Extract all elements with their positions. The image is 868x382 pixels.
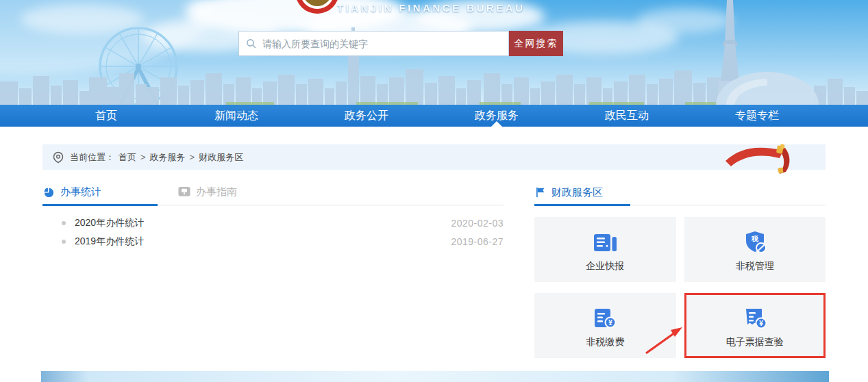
main-navbar: 首页 新闻动态 政务公开 政务服务 政民互动 专题专栏	[0, 105, 868, 127]
tile-label: 非税缴费	[586, 337, 624, 346]
site-search: 全网搜索	[238, 31, 563, 56]
enterprise-report-icon	[591, 229, 619, 256]
tile-label: 企业快报	[586, 261, 624, 270]
header-banner: TIANJIN FINANCE BUREAU 全网搜索	[0, 0, 868, 105]
tile-e-invoice-check[interactable]: ¥ 电子票据查验	[684, 293, 826, 358]
doc-title[interactable]: 2019年办件统计	[75, 235, 144, 248]
page: TIANJIN FINANCE BUREAU 全网搜索 首页 新闻动态 政务公开…	[0, 0, 868, 382]
tile-enterprise-report[interactable]: 企业快报	[534, 217, 676, 282]
guide-sign-icon	[178, 186, 190, 197]
location-pin-icon	[52, 151, 64, 164]
statistics-list: 2020年办件统计 2020-02-03 2019年办件统计 2019-06-2…	[42, 214, 504, 251]
breadcrumb-separator: >	[140, 152, 146, 162]
tab-label: 办事统计	[60, 186, 101, 199]
nav-item-news[interactable]: 新闻动态	[171, 105, 301, 127]
e-invoice-check-icon: ¥	[741, 305, 769, 332]
panel-title: 财政服务区	[551, 186, 603, 199]
logo-inner-ring	[300, 0, 334, 9]
doc-title[interactable]: 2020年办件统计	[75, 217, 144, 229]
panel-title-bar: 财政服务区	[534, 180, 826, 205]
flag-icon	[534, 186, 546, 199]
search-box[interactable]	[238, 31, 509, 56]
tile-nontax-payment[interactable]: ¥ 非税缴费	[534, 293, 676, 358]
logo-core	[303, 0, 332, 6]
finance-service-zone-panel: 财政服务区 企业快报 税	[534, 180, 826, 358]
doc-date: 2020-02-03	[451, 218, 504, 229]
tax-shield-icon: 税	[741, 229, 769, 256]
tile-label: 非税管理	[736, 261, 774, 270]
breadcrumb-label: 当前位置：	[70, 151, 114, 164]
tab-service-statistics[interactable]: 办事统计	[42, 180, 158, 206]
nontax-payment-icon: ¥	[591, 305, 619, 332]
svg-text:¥: ¥	[608, 319, 612, 327]
bullet-dot	[62, 221, 66, 225]
pie-chart-icon	[42, 186, 55, 199]
tile-label: 电子票据查验	[726, 337, 784, 346]
nav-item-home[interactable]: 首页	[41, 105, 171, 127]
nav-item-gov-services[interactable]: 政务服务	[432, 105, 562, 127]
panel-tabs: 办事统计 办事指南	[42, 180, 504, 205]
svg-text:税: 税	[751, 235, 759, 242]
search-icon	[246, 38, 257, 49]
nav-item-gov-disclosure[interactable]: 政务公开	[301, 105, 432, 127]
list-item[interactable]: 2020年办件统计 2020-02-03	[42, 214, 504, 232]
breadcrumb-gov-services[interactable]: 政务服务	[150, 151, 186, 164]
service-tiles: 企业快报 税 非税管理 ¥	[534, 217, 826, 358]
doc-date: 2019-06-27	[451, 236, 504, 247]
nav-item-special-topics[interactable]: 专题专栏	[692, 105, 822, 127]
bullet-dot	[62, 240, 66, 244]
breadcrumb-finance-zone[interactable]: 财政服务区	[199, 151, 243, 164]
search-button[interactable]: 全网搜索	[509, 31, 563, 56]
tile-nontax-management[interactable]: 税 非税管理	[684, 217, 826, 282]
tab-service-guide[interactable]: 办事指南	[178, 180, 237, 205]
footer-banner	[41, 371, 829, 382]
statistics-panel: 办事统计 办事指南 2020年办件统计 2020-02-03 2019年办件统计	[42, 180, 504, 251]
tab-label: 办事指南	[196, 186, 237, 199]
search-input[interactable]	[262, 31, 508, 55]
svg-text:¥: ¥	[759, 320, 763, 327]
breadcrumb: 当前位置： 首页 > 政务服务 > 财政服务区	[42, 144, 826, 170]
nav-item-interaction[interactable]: 政民互动	[562, 105, 692, 127]
breadcrumb-home[interactable]: 首页	[119, 151, 136, 164]
breadcrumb-separator: >	[190, 152, 195, 162]
list-item[interactable]: 2019年办件统计 2019-06-27	[42, 232, 504, 251]
site-title-english: TIANJIN FINANCE BUREAU	[337, 2, 525, 14]
red-ribbon-decoration	[724, 139, 793, 175]
